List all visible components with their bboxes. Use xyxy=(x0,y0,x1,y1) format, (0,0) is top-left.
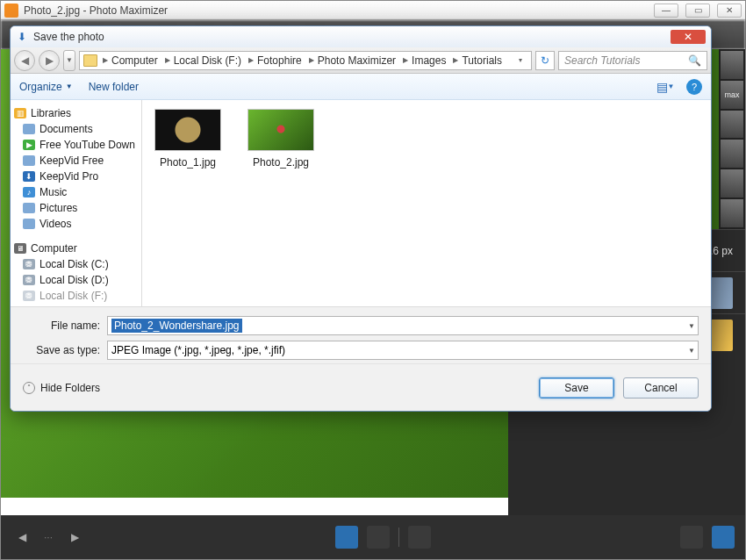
tree-libraries[interactable]: ▥Libraries xyxy=(14,105,138,121)
save-dialog: ⬇ Save the photo ✕ ◀ ▶ ▼ ▶Computer ▶Loca… xyxy=(10,25,712,412)
help-button[interactable]: ? xyxy=(686,79,702,95)
tree-computer[interactable]: 🖥Computer xyxy=(14,241,138,256)
filename-label: File name: xyxy=(23,319,107,332)
organize-menu[interactable]: Organize▼ xyxy=(19,81,73,93)
app-icon xyxy=(4,4,18,18)
thumb-label: max xyxy=(721,81,743,109)
search-input[interactable]: Search Tutorials 🔍 xyxy=(558,51,707,70)
actual-size-button[interactable] xyxy=(712,526,735,549)
dialog-close-button[interactable]: ✕ xyxy=(671,30,706,44)
search-icon[interactable]: 🔍 xyxy=(688,54,701,67)
bottom-toolbar: ◀ ∙∙∙ ▶ xyxy=(1,515,745,559)
file-name: Photo_1.jpg xyxy=(160,156,216,169)
dialog-footer: ˄ Hide Folders Save Cancel xyxy=(11,363,711,411)
thumbnail-strip[interactable]: max xyxy=(719,49,745,229)
tree-item[interactable]: KeepVid Free xyxy=(14,153,138,169)
prev-button[interactable]: ◀ xyxy=(11,527,32,548)
breadcrumb-seg[interactable]: ▶Images xyxy=(401,54,448,68)
breadcrumb-seg[interactable]: ▶Photo Maximizer xyxy=(307,54,398,68)
folder-icon xyxy=(83,54,97,67)
view-split-button[interactable] xyxy=(408,526,431,549)
hide-folders-toggle[interactable]: ˄ Hide Folders xyxy=(23,382,100,394)
breadcrumb-seg[interactable]: ▶Tutorials xyxy=(451,54,504,68)
type-select[interactable]: JPEG Image (*.jpg, *.jpeg, *.jpe, *.jfif… xyxy=(107,341,699,360)
tree-item[interactable]: Pictures xyxy=(14,200,138,216)
forward-button[interactable]: ▶ xyxy=(39,50,60,71)
cancel-button[interactable]: Cancel xyxy=(623,377,699,398)
file-item[interactable]: Photo_1.jpg xyxy=(154,109,221,169)
tree-item[interactable]: ⬇KeepVid Pro xyxy=(14,169,138,184)
maximize-button[interactable]: ▭ xyxy=(685,4,710,18)
refresh-button[interactable]: ↻ xyxy=(535,51,555,70)
tree-drive[interactable]: ⛃Local Disk (D:) xyxy=(14,272,138,288)
save-button[interactable]: Save xyxy=(539,377,614,398)
dialog-titlebar: ⬇ Save the photo ✕ xyxy=(11,26,711,47)
back-button[interactable]: ◀ xyxy=(14,50,35,71)
slider-dots: ∙∙∙ xyxy=(38,527,59,548)
dropdown-icon[interactable]: ▼ xyxy=(688,347,695,355)
app-titlebar: Photo_2.jpg - Photo Maximizer — ▭ ✕ xyxy=(1,1,745,20)
type-label: Save as type: xyxy=(23,344,107,356)
new-folder-button[interactable]: New folder xyxy=(89,81,139,93)
app-title: Photo_2.jpg - Photo Maximizer xyxy=(24,4,168,17)
view-mode-button[interactable]: ▤ ▼ xyxy=(653,78,678,96)
history-dropdown[interactable]: ▼ xyxy=(63,50,75,71)
tree-drive[interactable]: ⛃Local Disk (C:) xyxy=(14,256,138,272)
tree-item[interactable]: Documents xyxy=(14,121,138,137)
file-thumbnail xyxy=(154,109,221,151)
save-form: File name: Photo_2_Wondershare.jpg ▼ Sav… xyxy=(11,306,711,363)
minimize-button[interactable]: — xyxy=(654,4,678,18)
folder-tree: ▥Libraries Documents ▶Free YouTube Down … xyxy=(11,100,142,306)
tree-item[interactable]: Videos xyxy=(14,216,138,232)
file-item[interactable]: Photo_2.jpg xyxy=(247,109,314,169)
search-placeholder: Search Tutorials xyxy=(564,54,640,67)
dialog-title: Save the photo xyxy=(33,31,104,43)
breadcrumb-seg[interactable]: ▶Local Disk (F:) xyxy=(163,54,243,68)
dialog-icon: ⬇ xyxy=(16,31,28,43)
filename-value: Photo_2_Wondershare.jpg xyxy=(111,319,242,333)
chevron-up-icon: ˄ xyxy=(23,382,35,394)
breadcrumb: ▶Computer ▶Local Disk (F:) ▶Fotophire ▶P… xyxy=(79,51,532,70)
view-compare-button[interactable] xyxy=(367,526,390,549)
tree-item[interactable]: ▶Free YouTube Down xyxy=(14,137,138,153)
breadcrumb-seg[interactable]: ▶Computer xyxy=(101,54,160,68)
next-button[interactable]: ▶ xyxy=(64,527,85,548)
dialog-nav: ◀ ▶ ▼ ▶Computer ▶Local Disk (F:) ▶Fotoph… xyxy=(11,47,711,74)
breadcrumb-drop[interactable]: ▾ xyxy=(513,56,527,64)
tree-drive[interactable]: ⛃Local Disk (F:) xyxy=(14,288,138,304)
filename-input[interactable]: Photo_2_Wondershare.jpg ▼ xyxy=(107,316,699,335)
file-thumbnail xyxy=(247,109,314,151)
file-name: Photo_2.jpg xyxy=(253,156,309,169)
breadcrumb-seg[interactable]: ▶Fotophire xyxy=(247,54,304,68)
tree-item[interactable]: ♪Music xyxy=(14,184,138,200)
view-single-button[interactable] xyxy=(335,526,358,549)
file-list: Photo_1.jpg Photo_2.jpg xyxy=(142,100,711,306)
dialog-toolbar: Organize▼ New folder ▤ ▼ ? xyxy=(11,74,711,100)
close-button[interactable]: ✕ xyxy=(717,4,742,18)
dropdown-icon[interactable]: ▼ xyxy=(688,322,695,330)
type-value: JPEG Image (*.jpg, *.jpeg, *.jpe, *.jfif… xyxy=(111,344,285,356)
fit-button[interactable] xyxy=(680,526,703,549)
